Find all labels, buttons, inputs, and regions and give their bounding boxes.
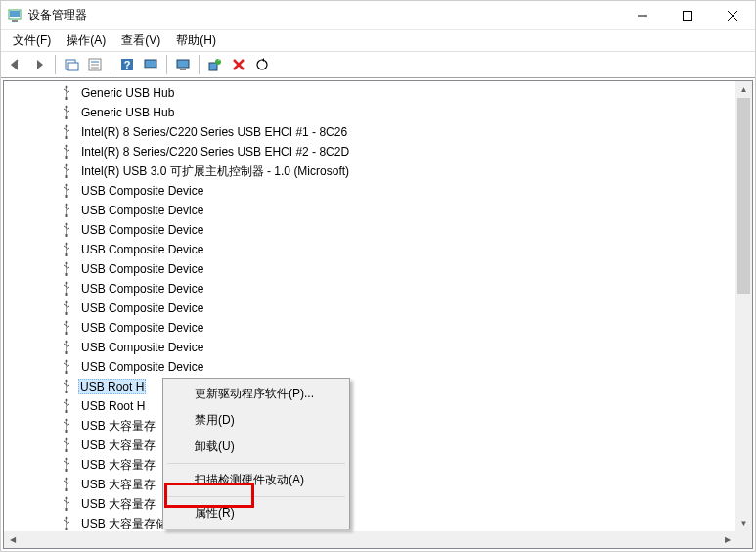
scroll-thumb[interactable]	[737, 98, 750, 294]
remove-button[interactable]	[228, 54, 249, 75]
scan-hardware-button[interactable]	[204, 54, 226, 75]
svg-rect-83	[66, 469, 68, 472]
svg-rect-26	[66, 97, 68, 100]
usb-device-icon	[59, 85, 74, 101]
usb-device-icon	[59, 300, 74, 316]
usb-device-icon	[59, 418, 74, 434]
tree-item-label: USB Composite Device	[78, 299, 206, 317]
svg-rect-16	[145, 68, 156, 69]
tree-item-label: USB Composite Device	[78, 241, 206, 258]
refresh-button[interactable]	[251, 54, 273, 75]
svg-rect-89	[66, 508, 68, 511]
scroll-up-button[interactable]: ▲	[735, 81, 752, 98]
tree-item[interactable]: USB Composite Device	[4, 338, 752, 357]
cm-properties[interactable]: 属性(R)	[165, 500, 347, 527]
svg-rect-80	[66, 449, 68, 452]
svg-rect-56	[66, 293, 68, 296]
svg-point-91	[66, 517, 68, 520]
usb-device-icon	[59, 379, 74, 394]
tree-item[interactable]: USB 大容量存	[4, 416, 752, 436]
svg-point-58	[66, 301, 68, 304]
tree-item[interactable]: USB Composite Device	[4, 318, 752, 338]
scroll-track[interactable]	[21, 531, 719, 548]
window-title: 设备管理器	[28, 7, 620, 23]
tree-item[interactable]: USB Composite Device	[4, 299, 752, 318]
tree-item-label: USB 大容量存	[78, 416, 158, 437]
cm-scan-hardware[interactable]: 扫描检测硬件改动(A)	[165, 467, 347, 493]
tree-item-label: USB Composite Device	[78, 202, 206, 219]
tree-item[interactable]: USB Composite Device	[4, 357, 752, 377]
svg-rect-74	[66, 410, 68, 413]
toolbar-separator	[166, 55, 167, 74]
usb-device-icon	[59, 457, 74, 473]
tree-item[interactable]: Intel(R) 8 Series/C220 Series USB EHCI #…	[4, 142, 752, 161]
svg-point-31	[66, 125, 68, 128]
tree-item[interactable]: USB Composite Device	[4, 279, 752, 299]
tree-item[interactable]: USB Composite Device	[4, 240, 752, 259]
horizontal-scrollbar[interactable]: ◀ ▶	[4, 531, 735, 548]
vertical-scrollbar[interactable]: ▲ ▼	[735, 81, 752, 531]
menu-help[interactable]: 帮助(H)	[168, 30, 224, 51]
tree-item[interactable]: USB Root H	[4, 377, 752, 396]
usb-device-icon	[59, 340, 74, 355]
forward-button[interactable]	[28, 54, 50, 75]
tree-item-label: USB Composite Device	[78, 221, 206, 239]
svg-point-52	[66, 262, 68, 265]
tree-item[interactable]: USB Composite Device	[4, 181, 752, 201]
cm-disable[interactable]: 禁用(D)	[165, 407, 347, 434]
properties-button[interactable]	[84, 54, 106, 75]
svg-point-76	[66, 419, 68, 422]
tree-item[interactable]: USB 大容量存	[4, 455, 752, 475]
tree-item-label: USB Root H	[78, 379, 146, 394]
tree-item[interactable]: USB 大容量存储设备	[4, 514, 752, 533]
tree-item[interactable]: USB Composite Device	[4, 220, 752, 240]
menu-action[interactable]: 操作(A)	[59, 30, 113, 51]
help-button[interactable]: ?	[116, 54, 138, 75]
usb-device-icon	[59, 105, 74, 120]
svg-point-79	[66, 438, 68, 441]
tree-item[interactable]: Generic USB Hub	[4, 83, 752, 103]
scroll-down-button[interactable]: ▼	[735, 515, 752, 531]
usb-device-icon	[59, 144, 74, 160]
tree-item[interactable]: USB Root H	[4, 396, 752, 416]
tree-item[interactable]: USB Composite Device	[4, 201, 752, 220]
toolbar-separator	[199, 55, 200, 74]
svg-rect-2	[12, 20, 18, 22]
tree-item-label: USB 大容量存	[78, 494, 158, 515]
scroll-left-button[interactable]: ◀	[4, 531, 21, 548]
tree-item[interactable]: USB Composite Device	[4, 259, 752, 279]
monitor-button[interactable]	[172, 54, 194, 75]
tree-item[interactable]: Intel(R) USB 3.0 可扩展主机控制器 - 1.0 (Microso…	[4, 161, 752, 181]
console-button[interactable]	[140, 54, 161, 75]
show-hidden-button[interactable]	[61, 54, 82, 75]
tree-item[interactable]: Intel(R) 8 Series/C220 Series USB EHCI #…	[4, 122, 752, 142]
tree-item-label: Intel(R) USB 3.0 可扩展主机控制器 - 1.0 (Microso…	[78, 161, 352, 182]
svg-rect-71	[66, 391, 68, 393]
minimize-button[interactable]	[620, 1, 665, 30]
tree-item[interactable]: USB 大容量存	[4, 475, 752, 494]
usb-device-icon	[59, 242, 74, 257]
tree-item[interactable]: USB 大容量存	[4, 436, 752, 455]
menu-view[interactable]: 查看(V)	[113, 30, 168, 51]
usb-device-icon	[59, 183, 74, 199]
device-tree[interactable]: Generic USB Hub Generic USB Hub Intel(R)…	[4, 81, 752, 548]
svg-rect-4	[684, 11, 692, 20]
svg-point-20	[215, 59, 221, 65]
toolbar: ?	[1, 51, 755, 78]
cm-uninstall[interactable]: 卸载(U)	[165, 434, 347, 460]
svg-rect-53	[66, 273, 68, 276]
close-button[interactable]	[710, 1, 755, 30]
menu-file[interactable]: 文件(F)	[5, 30, 59, 51]
tree-item[interactable]: Generic USB Hub	[4, 103, 752, 122]
scroll-track[interactable]	[735, 98, 752, 515]
svg-rect-15	[145, 60, 156, 68]
scroll-right-button[interactable]: ▶	[719, 531, 735, 548]
back-button[interactable]	[5, 54, 26, 75]
tree-item[interactable]: USB 大容量存	[4, 494, 752, 514]
usb-device-icon	[59, 163, 74, 179]
usb-device-icon	[59, 261, 74, 277]
tree-item-label: USB 大容量存	[78, 475, 158, 495]
maximize-button[interactable]	[665, 1, 710, 30]
device-manager-window: 设备管理器 文件(F) 操作(A) 查看(V) 帮助(H) ?	[0, 0, 756, 552]
cm-update-driver[interactable]: 更新驱动程序软件(P)...	[165, 381, 347, 407]
